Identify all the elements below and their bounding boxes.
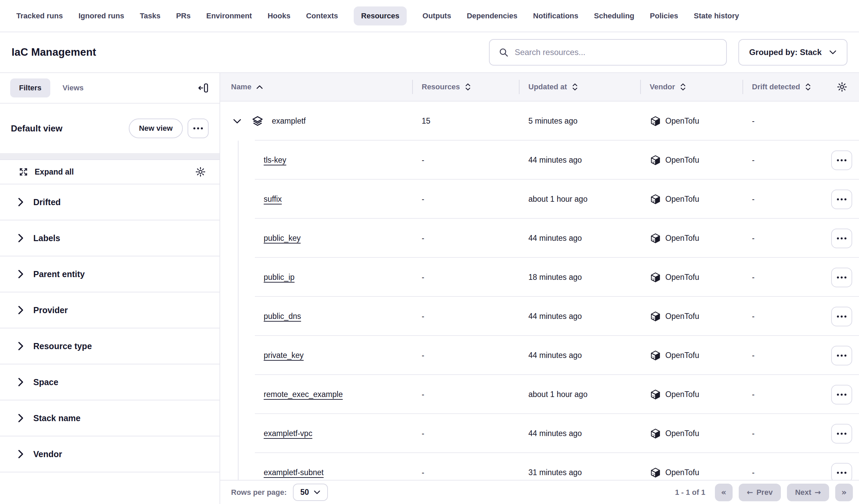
tab-environment[interactable]: Environment [206,12,252,20]
resource-link[interactable]: exampletf-vpc [264,429,312,438]
view-more-button[interactable] [187,119,209,138]
pagination: 1 - 1 of 1 « ← Prev Next → » [675,484,853,501]
search-icon [498,47,509,57]
table-settings-button[interactable] [837,81,847,92]
rows-per-page-select[interactable]: 50 [293,484,328,501]
row-menu-button[interactable] [831,463,852,480]
tab-resources[interactable]: Resources [354,6,407,26]
right-arrow-icon: → [815,488,821,497]
vendor-name: OpenTofu [665,234,699,243]
tab-policies[interactable]: Policies [650,12,678,20]
vendor-name: OpenTofu [665,155,699,165]
resource-row: remote_exec_example - about 1 hour ago O… [220,375,859,414]
row-menu-button[interactable] [831,229,852,248]
filter-section-drifted[interactable]: Drifted [0,184,220,220]
filter-section-space[interactable]: Space [0,364,220,400]
resource-link[interactable]: remote_exec_example [264,390,343,399]
resources-table: Name Resources Updated at Vendor [220,73,859,504]
resource-link[interactable]: suffix [264,195,282,204]
first-page-button[interactable]: « [715,484,733,501]
drift-value: - [742,390,831,399]
tab-tasks[interactable]: Tasks [140,12,161,20]
updated-at: 31 minutes ago [519,468,640,477]
filters-settings-button[interactable] [195,166,206,177]
filter-section-vendor[interactable]: Vendor [0,437,220,472]
sidebar-tab-filters[interactable]: Filters [10,78,50,97]
view-name: Default view [11,123,62,134]
sort-icon[interactable] [680,82,686,91]
row-menu-button[interactable] [831,346,852,365]
tab-state-history[interactable]: State history [694,12,739,20]
search-input[interactable] [515,48,717,57]
expand-all-icon [18,167,29,177]
column-header-name: Name [231,82,252,91]
prev-page-button[interactable]: ← Prev [739,484,781,501]
tab-outputs[interactable]: Outputs [422,12,451,20]
resource-link[interactable]: public_key [264,234,301,243]
tab-tracked-runs[interactable]: Tracked runs [16,12,63,20]
grouped-by-label: Grouped by: Stack [749,48,822,57]
row-menu-button[interactable] [831,189,852,209]
row-menu-button[interactable] [831,268,852,287]
resource-row: tls-key - 44 minutes ago OpenTofu - [220,141,859,180]
row-menu-button[interactable] [831,151,852,170]
gear-icon [195,166,206,177]
resource-row: exampletf-vpc - 44 minutes ago OpenTofu … [220,414,859,453]
filter-label: Vendor [33,449,62,459]
drift-value: - [742,351,831,360]
updated-at: 44 minutes ago [519,155,640,165]
tab-prs[interactable]: PRs [176,12,191,20]
filter-label: Drifted [33,197,61,207]
grouped-by-dropdown[interactable]: Grouped by: Stack [738,39,847,65]
table-body: exampletf 15 5 minutes ago [220,102,859,480]
resource-link[interactable]: private_key [264,351,304,360]
tab-notifications[interactable]: Notifications [533,12,578,20]
rows-per-page-label: Rows per page: [231,488,287,497]
sidebar-tab-views[interactable]: Views [54,78,92,97]
more-icon [837,472,846,474]
filter-section-stack-name[interactable]: Stack name [0,400,220,437]
filter-section-labels[interactable]: Labels [0,220,220,256]
next-page-button[interactable]: Next → [787,484,829,501]
stack-name: exampletf [272,117,306,126]
collapse-sidebar-button[interactable] [197,82,209,94]
filter-section-parent-entity[interactable]: Parent entity [0,256,220,292]
tab-dependencies[interactable]: Dependencies [467,12,517,20]
filter-section-resource-type[interactable]: Resource type [0,329,220,364]
resource-link[interactable]: tls-key [264,155,286,165]
collapse-group-button[interactable] [231,119,243,124]
row-menu-button[interactable] [831,307,852,326]
tab-ignored-runs[interactable]: Ignored runs [78,12,124,20]
sort-icon[interactable] [572,82,578,91]
updated-at: 44 minutes ago [519,351,640,360]
sort-icon[interactable] [465,82,471,91]
row-menu-button[interactable] [831,385,852,404]
resources-count: - [412,312,519,321]
left-arrow-icon: ← [747,488,753,497]
row-menu-button[interactable] [831,424,852,444]
expand-all-button[interactable]: Expand all [18,167,74,177]
last-page-button[interactable]: » [835,484,853,501]
new-view-button[interactable]: New view [129,119,183,138]
sort-asc-icon[interactable] [256,85,263,89]
resources-count: - [412,468,519,477]
resource-link[interactable]: public_ip [264,273,295,282]
search-box[interactable] [489,39,727,65]
tab-contexts[interactable]: Contexts [306,12,338,20]
table-footer: Rows per page: 50 1 - 1 of 1 « ← Prev Ne… [220,480,859,504]
chevron-right-icon [18,341,24,351]
top-tab-bar: Tracked runs Ignored runs Tasks PRs Envi… [0,0,859,32]
chevron-right-icon [18,233,24,243]
resource-link[interactable]: exampletf-subnet [264,468,323,477]
more-icon [837,394,846,396]
filter-section-provider[interactable]: Provider [0,292,220,329]
updated-at: 18 minutes ago [519,273,640,282]
drift-value: - [742,117,831,126]
more-icon [837,316,846,318]
tab-hooks[interactable]: Hooks [268,12,290,20]
opentofu-logo [650,428,661,440]
resource-link[interactable]: public_dns [264,312,301,321]
sort-icon[interactable] [805,82,811,91]
tab-scheduling[interactable]: Scheduling [594,12,634,20]
page-title: IaC Management [12,46,96,58]
